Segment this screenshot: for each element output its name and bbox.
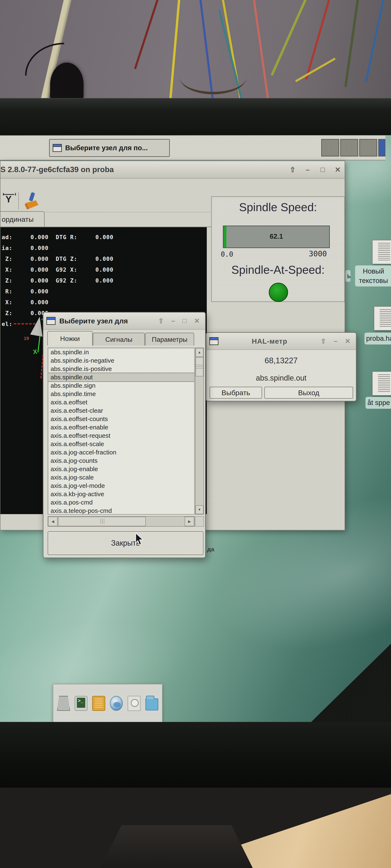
close-icon[interactable]: ✕ [194, 317, 200, 325]
hal-meter-controls: ⇧ – ✕ [320, 337, 351, 345]
vertical-scrollbar[interactable]: ▲ ▼ [195, 348, 204, 515]
node-dialog-title-bar[interactable]: Выберите узел для ⇧ – □ ✕ [44, 313, 205, 330]
clear-plot-broom-icon[interactable] [22, 192, 40, 210]
node-dialog-tabs: Ножки Сигналы Параметры [47, 331, 194, 345]
desktop-icon-label-partial[interactable]: ы [345, 270, 351, 282]
spindle-speed-gauge: 62.1 [223, 225, 330, 248]
shade-icon[interactable]: ⇧ [158, 317, 164, 325]
scroll-up-button[interactable]: ▲ [196, 348, 203, 357]
tab-signals[interactable]: Сигналы [93, 333, 145, 345]
maximize-icon[interactable]: □ [183, 317, 187, 325]
list-item[interactable]: axis.a.eoffset-scale [48, 440, 194, 448]
list-item[interactable]: axis.a.jog-accel-fraction [48, 448, 194, 457]
hal-meter-title-bar[interactable]: HAL-метр ⇧ – ✕ [206, 333, 356, 350]
desktop-icon-label[interactable]: Новый текстовы [355, 266, 391, 286]
monitor-screen: Выберите узел для по... Новый текстовы ы… [0, 135, 391, 722]
bezel-corner-shadow [311, 644, 391, 722]
scroll-down-button[interactable]: ▼ [196, 505, 203, 514]
horizontal-scrollbar[interactable]: ◀ ▶ [48, 516, 195, 527]
list-item[interactable]: abs.spindle.sign [48, 381, 194, 390]
text-editor-icon[interactable] [92, 696, 105, 711]
axis-title-bar[interactable]: S 2.8.0-77-ge6cfcfa39 on proba ⇧ – □ ✕ [0, 161, 345, 179]
pink-wire [253, 0, 270, 98]
maximize-icon[interactable]: □ [319, 165, 327, 174]
desktop-icon-label[interactable]: proba.ha [364, 333, 391, 344]
desktop-icon-proba-hal[interactable] [374, 306, 391, 331]
list-item[interactable]: axis.a.jog-vel-mode [48, 482, 194, 490]
list-item[interactable]: axis.a.jog-scale [48, 473, 194, 482]
select-button[interactable]: Выбрать [210, 386, 262, 399]
desktop-icon-at-sppe[interactable] [372, 371, 391, 396]
view-y-icon[interactable]: Y [2, 194, 15, 208]
spindle-speed-label: Spindle Speed: [213, 200, 343, 214]
list-item[interactable]: abs.spindle.time [48, 390, 194, 398]
workspace-3[interactable] [359, 139, 377, 156]
list-item[interactable]: abs.spindle.is-negative [48, 356, 194, 365]
gauge-min-label: 0.0 [221, 250, 233, 258]
dark-green-wire [344, 0, 360, 87]
show-desktop-icon[interactable] [57, 696, 70, 711]
list-item[interactable]: axis.a.teleop-pos-cmd [48, 506, 194, 515]
web-browser-icon[interactable] [110, 696, 123, 711]
close-dialog-button[interactable]: Закрыть [48, 531, 203, 555]
scrollbar-corner [195, 516, 204, 527]
list-item[interactable]: axis.a.eoffset-clear [48, 406, 194, 415]
monitor-bezel-top [0, 98, 391, 136]
pin-list[interactable]: abs.spindle.inabs.spindle.is-negativeabs… [48, 348, 195, 515]
bottom-dock [53, 684, 163, 722]
photo-of-monitor: Выберите узел для по... Новый текстовы ы… [0, 0, 391, 868]
taskbar-window-label: Выберите узел для по... [65, 144, 148, 152]
obscured-text-fragment: да [207, 546, 214, 553]
list-item[interactable]: abs.spindle.in [48, 348, 194, 356]
monitor-stand [100, 825, 253, 868]
list-item[interactable]: axis.a.jog-counts [48, 457, 194, 465]
shade-icon[interactable]: ⇧ [289, 165, 297, 174]
list-item[interactable]: axis.a.eoffset-enable [48, 423, 194, 432]
taskbar-window-button[interactable]: Выберите узел для по... [49, 139, 170, 157]
hal-meter-value: 68,13227 [206, 356, 356, 365]
minimize-icon[interactable]: – [334, 337, 337, 345]
list-item[interactable]: axis.a.jog-enable [48, 465, 194, 473]
yellow-wire-3 [295, 58, 336, 83]
coordinates-tab[interactable]: ординаты [0, 211, 45, 227]
list-item[interactable]: axis.a.pos-cmd [48, 498, 194, 506]
scrollbar-thumb[interactable] [196, 357, 203, 376]
list-item[interactable]: axis.a.kb-jog-active [48, 490, 194, 498]
workspace-active[interactable] [378, 139, 385, 156]
y-axis-line [37, 336, 40, 352]
close-icon[interactable]: ✕ [334, 165, 342, 174]
green-wire [271, 0, 308, 76]
tab-parameters[interactable]: Параметры [145, 333, 194, 345]
yellow-wire [168, 0, 181, 98]
file-manager-icon[interactable] [145, 699, 158, 710]
minimize-icon[interactable]: – [171, 317, 175, 325]
scroll-right-button[interactable]: ▶ [185, 517, 194, 526]
axis-window-title: S 2.8.0-77-ge6cfcfa39 on proba [0, 165, 114, 174]
brown-wire [179, 61, 247, 94]
list-item[interactable]: abs.spindle.out [48, 373, 194, 381]
exit-button[interactable]: Выход [264, 386, 353, 399]
limit-label: 19 [24, 336, 29, 341]
workspace-2[interactable] [340, 139, 358, 156]
tab-pins[interactable]: Ножки [47, 331, 93, 345]
h-scrollbar-thumb[interactable] [58, 517, 146, 526]
list-item[interactable]: axis.a.eoffset-counts [48, 415, 194, 423]
at-speed-led [269, 283, 288, 302]
toolbar-separator [18, 192, 20, 210]
spindle-at-speed-label: Spindle-At-Speed: [213, 263, 343, 276]
terminal-icon[interactable] [75, 696, 87, 711]
spindle-speed-value: 62.1 [223, 232, 329, 240]
close-icon[interactable]: ✕ [345, 337, 351, 345]
list-item[interactable]: axis.a.eoffset [48, 398, 194, 406]
shade-icon[interactable]: ⇧ [320, 337, 326, 345]
desktop-icon-new-text-file[interactable] [372, 240, 391, 264]
desktop-icon-label[interactable]: åt sppe [365, 397, 391, 409]
screenshot-tool-icon[interactable] [128, 696, 141, 711]
scroll-left-button[interactable]: ◀ [48, 517, 58, 526]
list-item[interactable]: axis.a.eoffset-request [48, 432, 194, 440]
list-item[interactable]: abs.spindle.is-positive [48, 365, 194, 373]
workspace-1[interactable] [321, 139, 339, 156]
hal-meter-pin-name: abs.spindle.out [206, 374, 356, 382]
minimize-icon[interactable]: – [304, 165, 312, 174]
blue-wire-2 [365, 0, 385, 83]
